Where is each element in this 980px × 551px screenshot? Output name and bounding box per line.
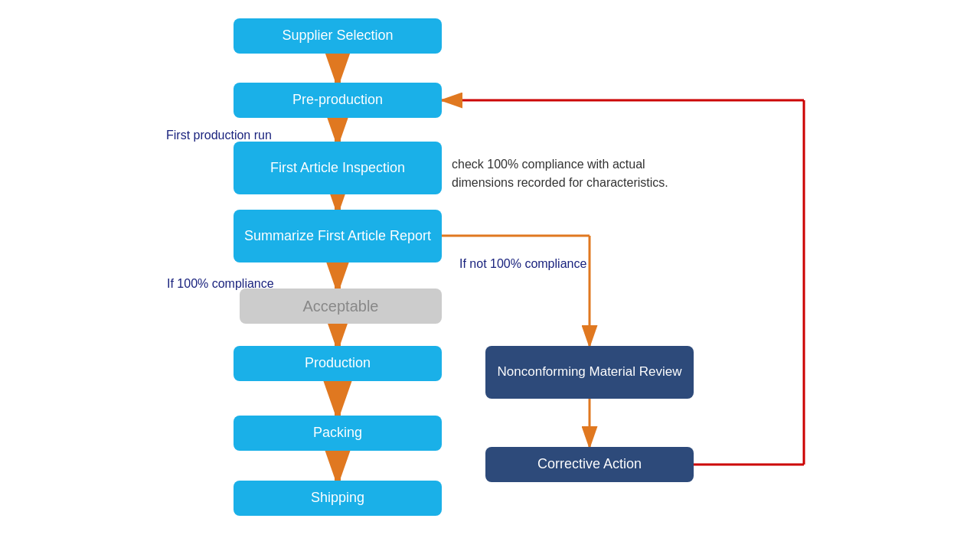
shipping-box: Shipping (234, 481, 442, 516)
if-not-100-compliance-label: If not 100% compliance (459, 257, 586, 271)
packing-box: Packing (234, 416, 442, 451)
production-box: Production (234, 346, 442, 381)
pre-production-box: Pre-production (234, 83, 442, 118)
fai-annotation: check 100% compliance with actual dimens… (452, 155, 668, 192)
diagram-container: Supplier Selection Pre-production First … (0, 0, 980, 551)
first-article-inspection-box: First Article Inspection (234, 142, 442, 194)
if-100-compliance-label: If 100% compliance (167, 277, 274, 291)
corrective-action-box: Corrective Action (485, 447, 694, 482)
acceptable-box: Acceptable (240, 289, 442, 324)
supplier-selection-box: Supplier Selection (234, 18, 442, 54)
summarize-first-article-box: Summarize First Article Report (234, 210, 442, 262)
first-production-run-label: First production run (166, 129, 272, 142)
nonconforming-material-review-box: Nonconforming Material Review (485, 346, 694, 399)
